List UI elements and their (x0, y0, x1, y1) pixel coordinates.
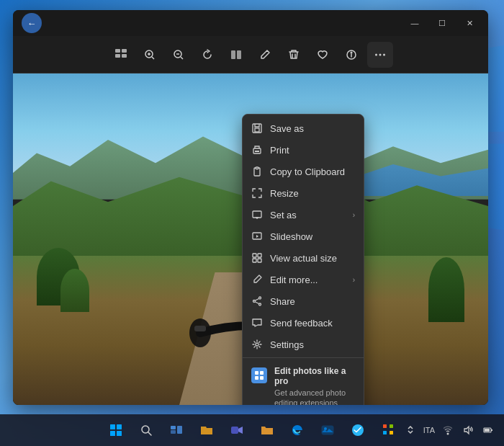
menu-item-settings[interactable]: Settings (243, 334, 364, 355)
send-feedback-label: Send feedback (270, 318, 355, 329)
svg-line-41 (256, 299, 259, 301)
collection-view-button[interactable] (108, 42, 134, 68)
svg-rect-36 (253, 259, 256, 262)
search-icon (140, 424, 153, 437)
explorer-icon (200, 424, 213, 437)
pen-icon (259, 49, 271, 61)
svg-point-18 (383, 53, 385, 55)
promo-description: Get advanced photo editing extensions fr… (274, 388, 355, 405)
tree-left2 (60, 269, 89, 312)
taskbar-start-button[interactable] (103, 417, 129, 443)
svg-point-15 (351, 52, 352, 53)
menu-item-print[interactable]: Print (243, 139, 364, 161)
resize-icon (251, 187, 263, 199)
wifi-icon[interactable] (441, 423, 455, 437)
svg-rect-35 (258, 254, 261, 257)
image-area: Save as Print (13, 73, 488, 405)
svg-rect-55 (171, 430, 176, 434)
menu-item-slideshow[interactable]: Slideshow (243, 226, 364, 247)
set-as-arrow: › (353, 211, 355, 219)
svg-rect-58 (322, 426, 333, 434)
meet-icon (230, 424, 243, 437)
svg-rect-22 (194, 326, 206, 331)
save-as-label: Save as (270, 123, 355, 134)
svg-rect-44 (255, 371, 258, 375)
battery-icon[interactable] (481, 423, 495, 437)
telegram-icon (351, 424, 364, 437)
store-icon (382, 424, 395, 437)
tray-chevron[interactable] (403, 423, 418, 437)
print-icon (251, 144, 263, 156)
taskbar-icons (103, 417, 401, 443)
info-button[interactable] (338, 42, 364, 68)
svg-line-10 (181, 57, 183, 59)
pen-button[interactable] (252, 42, 278, 68)
menu-item-resize[interactable]: Resize (243, 182, 364, 204)
view-actual-label: View actual size (270, 253, 355, 264)
send-feedback-icon (251, 317, 263, 329)
menu-item-save-as[interactable]: Save as (243, 117, 364, 139)
svg-point-43 (256, 343, 258, 346)
rotate-button[interactable] (194, 42, 220, 68)
taskbar-explorer-button[interactable] (194, 417, 220, 443)
menu-promo-item[interactable]: Edit photos like a pro Get advanced phot… (243, 360, 364, 405)
sound-icon[interactable] (461, 423, 475, 437)
favorite-button[interactable] (310, 42, 336, 68)
more-icon (374, 49, 386, 61)
svg-rect-46 (255, 376, 258, 380)
svg-rect-56 (177, 426, 182, 434)
edit-more-arrow: › (353, 276, 355, 284)
menu-item-share[interactable]: Share (243, 290, 364, 312)
menu-item-edit-more[interactable]: Edit more... › (243, 269, 364, 290)
svg-rect-62 (390, 424, 393, 428)
taskbar-edge-button[interactable] (284, 417, 310, 443)
taskbar-photos-button[interactable] (315, 417, 341, 443)
maximize-button[interactable]: ☐ (429, 13, 455, 33)
title-bar-controls: — ☐ ✕ (402, 13, 482, 33)
rotate-icon (202, 49, 213, 61)
back-button[interactable]: ← (22, 13, 42, 33)
taskbar-folder-button[interactable] (254, 417, 280, 443)
app-window: ← — ☐ ✕ (13, 10, 488, 405)
svg-rect-54 (171, 426, 176, 429)
taskbar-store-button[interactable] (375, 417, 401, 443)
zoom-out-button[interactable] (166, 42, 192, 68)
taskbar-meet-button[interactable] (224, 417, 250, 443)
svg-point-39 (253, 300, 256, 303)
share-label: Share (270, 296, 355, 307)
start-icon (109, 424, 122, 437)
taskbar-telegram-button[interactable] (345, 417, 371, 443)
slideshow-label: Slideshow (270, 231, 355, 242)
svg-rect-51 (117, 431, 122, 436)
compare-button[interactable] (223, 42, 249, 68)
language-indicator[interactable]: ITA (423, 426, 435, 434)
svg-rect-48 (110, 424, 115, 429)
promo-title: Edit photos like a pro (274, 366, 355, 386)
resize-label: Resize (270, 188, 355, 199)
clipboard-icon (251, 166, 263, 177)
menu-item-set-as[interactable]: Set as › (243, 204, 364, 226)
zoom-in-button[interactable] (137, 42, 163, 68)
svg-rect-0 (115, 49, 120, 53)
taskbar-search-button[interactable] (133, 417, 159, 443)
svg-point-16 (375, 53, 377, 55)
close-button[interactable]: ✕ (456, 13, 482, 33)
menu-divider (243, 357, 364, 358)
set-as-label: Set as (270, 210, 346, 220)
set-as-icon (251, 209, 263, 220)
promo-icon (251, 367, 267, 383)
svg-point-19 (189, 318, 211, 347)
menu-item-view-actual[interactable]: View actual size (243, 247, 364, 269)
desktop: ← — ☐ ✕ (0, 0, 504, 446)
svg-rect-67 (485, 429, 490, 432)
minimize-button[interactable]: — (402, 13, 428, 33)
taskbar-files-button[interactable] (163, 417, 189, 443)
folder-icon (261, 424, 274, 437)
menu-item-copy-clipboard[interactable]: Copy to Clipboard (243, 161, 364, 182)
more-options-button[interactable] (367, 42, 393, 68)
svg-rect-49 (117, 424, 122, 429)
svg-rect-37 (258, 259, 261, 262)
delete-button[interactable] (281, 42, 307, 68)
svg-rect-2 (115, 54, 120, 58)
menu-item-send-feedback[interactable]: Send feedback (243, 312, 364, 334)
